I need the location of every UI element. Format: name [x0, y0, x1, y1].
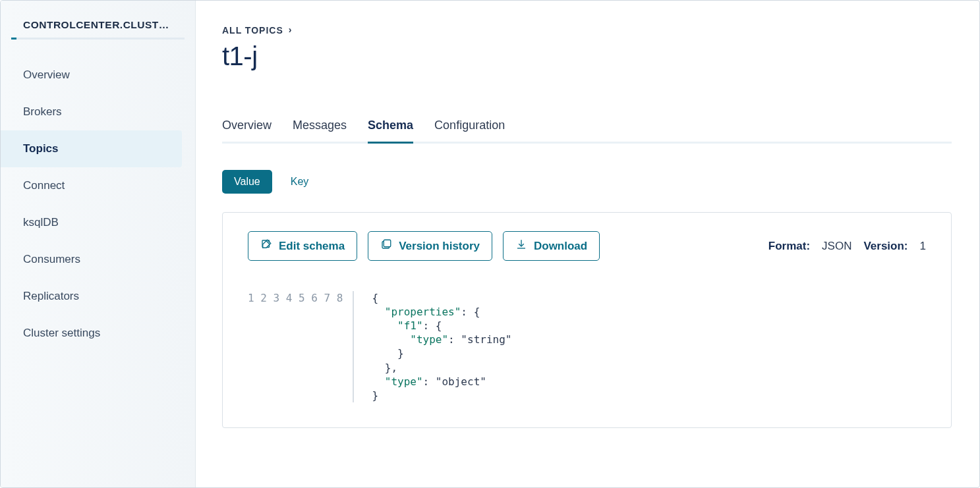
sidebar: CONTROLCENTER.CLUST… OverviewBrokersTopi… — [1, 1, 196, 487]
tab-overview[interactable]: Overview — [222, 119, 272, 142]
tab-configuration[interactable]: Configuration — [434, 119, 505, 142]
download-icon — [515, 238, 527, 254]
version-history-button[interactable]: Version history — [368, 231, 492, 261]
sidebar-item-replicators[interactable]: Replicators — [1, 278, 195, 315]
sidebar-item-brokers[interactable]: Brokers — [1, 94, 195, 130]
version-value: 1 — [920, 240, 926, 253]
version-history-label: Version history — [399, 240, 480, 253]
sidebar-item-label: Connect — [23, 179, 65, 192]
schema-value-key-toggle: Value Key — [222, 170, 952, 194]
tab-underline — [222, 142, 952, 144]
tab-schema[interactable]: Schema — [368, 119, 413, 142]
svg-rect-2 — [384, 240, 391, 247]
chevron-right-icon: › — [289, 24, 293, 35]
format-label: Format: — [768, 240, 810, 253]
sidebar-item-label: Topics — [23, 142, 59, 155]
cluster-name[interactable]: CONTROLCENTER.CLUST… — [1, 19, 195, 38]
history-icon — [380, 238, 392, 254]
schema-code: 1 2 3 4 5 6 7 8 { "properties": { "f1": … — [248, 291, 926, 402]
tab-messages[interactable]: Messages — [293, 119, 347, 142]
version-label: Version: — [863, 240, 908, 253]
sidebar-item-consumers[interactable]: Consumers — [1, 241, 195, 278]
sidebar-item-overview[interactable]: Overview — [1, 57, 195, 94]
sidebar-divider — [11, 38, 185, 40]
toggle-value[interactable]: Value — [222, 170, 272, 194]
edit-schema-button[interactable]: Edit schema — [248, 231, 357, 261]
edit-icon — [260, 238, 272, 254]
breadcrumb-all-topics[interactable]: ALL TOPICS › — [222, 25, 292, 36]
schema-card: Edit schema Version history Download For… — [222, 212, 952, 428]
toggle-key[interactable]: Key — [291, 176, 309, 188]
sidebar-item-label: ksqlDB — [23, 216, 59, 229]
download-label: Download — [534, 240, 587, 253]
sidebar-item-ksqldb[interactable]: ksqlDB — [1, 204, 195, 241]
sidebar-item-label: Cluster settings — [23, 327, 100, 340]
action-buttons: Edit schema Version history Download — [248, 231, 600, 261]
format-value: JSON — [822, 240, 851, 253]
tab-bar: OverviewMessagesSchemaConfiguration — [222, 119, 952, 142]
line-gutter: 1 2 3 4 5 6 7 8 — [248, 291, 354, 402]
schema-toolbar: Edit schema Version history Download For… — [248, 231, 926, 261]
sidebar-nav: OverviewBrokersTopicsConnectksqlDBConsum… — [1, 57, 195, 352]
edit-schema-label: Edit schema — [279, 240, 345, 253]
sidebar-item-connect[interactable]: Connect — [1, 167, 195, 204]
download-button[interactable]: Download — [503, 231, 600, 261]
sidebar-item-cluster-settings[interactable]: Cluster settings — [1, 315, 195, 352]
sidebar-item-label: Overview — [23, 68, 70, 82]
breadcrumb-label: ALL TOPICS — [222, 25, 283, 36]
schema-meta: Format: JSON Version: 1 — [768, 240, 926, 253]
sidebar-item-label: Brokers — [23, 105, 62, 119]
sidebar-item-label: Replicators — [23, 290, 79, 303]
sidebar-item-label: Consumers — [23, 253, 80, 266]
page-title: t1-j — [222, 41, 952, 71]
sidebar-item-topics[interactable]: Topics — [1, 130, 182, 167]
main-content: ALL TOPICS › t1-j OverviewMessagesSchema… — [196, 1, 979, 487]
code-body[interactable]: { "properties": { "f1": { "type": "strin… — [354, 291, 512, 402]
